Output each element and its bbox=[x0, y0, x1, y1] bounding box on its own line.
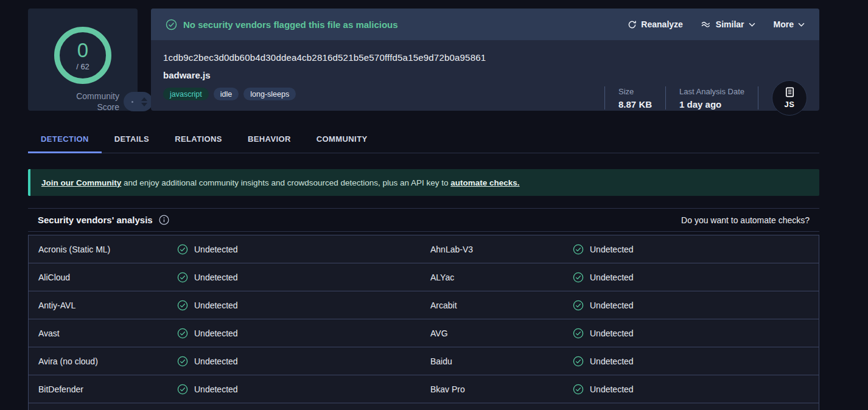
vote-arrows[interactable] bbox=[141, 97, 147, 106]
vendor-status: Undetected bbox=[573, 356, 809, 367]
check-circle-icon bbox=[177, 356, 188, 367]
vendor-status: Undetected bbox=[177, 384, 430, 395]
status-label: Undetected bbox=[590, 384, 634, 394]
verdict-banner: No security vendors flagged this file as… bbox=[151, 9, 819, 40]
check-circle-icon bbox=[573, 384, 584, 395]
check-circle-icon bbox=[177, 328, 188, 339]
vote-widget[interactable] bbox=[124, 92, 153, 111]
table-row: Avira (no cloud) Undetected Baidu Undete… bbox=[29, 347, 819, 375]
analysis-title: Security vendors' analysis bbox=[38, 215, 153, 225]
similar-waves-icon bbox=[701, 21, 712, 28]
table-row: Acronis (Static ML) Undetected AhnLab-V3… bbox=[29, 235, 819, 263]
similar-button[interactable]: Similar bbox=[701, 19, 755, 29]
size-value: 8.87 KB bbox=[618, 99, 652, 109]
vendor-status: Undetected bbox=[573, 328, 809, 339]
more-button[interactable]: More bbox=[774, 19, 805, 29]
automate-checks-prompt[interactable]: Do you want to automate checks? bbox=[681, 215, 810, 225]
check-circle-icon bbox=[573, 300, 584, 311]
community-score-label: Community Score bbox=[28, 91, 119, 113]
file-info-strip: Size 8.87 KB Last Analysis Date 1 day ag… bbox=[604, 80, 807, 116]
vendor-name: AliCloud bbox=[38, 273, 177, 282]
status-label: Undetected bbox=[590, 356, 634, 366]
join-community-link[interactable]: Join our Community bbox=[41, 178, 121, 187]
vendor-name: Baidu bbox=[430, 356, 573, 366]
section-divider bbox=[28, 231, 819, 232]
analysis-header: Security vendors' analysis Do you want t… bbox=[28, 209, 819, 231]
table-row: Avast Undetected AVG Undetected bbox=[29, 319, 819, 347]
community-score-label-line1: Community bbox=[28, 91, 119, 102]
vendor-name: AhnLab-V3 bbox=[430, 245, 573, 254]
vote-up-icon[interactable] bbox=[141, 97, 147, 101]
size-label: Size bbox=[618, 87, 652, 96]
tag-javascript[interactable]: javascript bbox=[163, 88, 209, 100]
vendor-name: Bkav Pro bbox=[430, 384, 573, 394]
vendor-status: Undetected bbox=[177, 328, 430, 339]
info-icon[interactable] bbox=[159, 215, 169, 225]
vertical-divider bbox=[758, 86, 758, 109]
file-report-page: 0 / 62 Community Score No security vendo… bbox=[0, 0, 868, 410]
table-row-partial bbox=[29, 403, 819, 410]
community-banner-body: and enjoy additional community insights … bbox=[121, 178, 450, 187]
tab-relations[interactable]: RELATIONS bbox=[162, 129, 235, 153]
tab-details[interactable]: DETAILS bbox=[102, 129, 162, 153]
status-label: Undetected bbox=[194, 328, 238, 338]
last-analysis-label: Last Analysis Date bbox=[679, 87, 744, 96]
tag-idle[interactable]: idle bbox=[214, 88, 239, 100]
reanalyze-button[interactable]: Reanalyze bbox=[628, 19, 682, 29]
check-circle-icon bbox=[177, 300, 188, 311]
check-circle-icon bbox=[573, 356, 584, 367]
status-label: Undetected bbox=[194, 356, 238, 366]
last-analysis-block: Last Analysis Date 1 day ago bbox=[666, 87, 758, 109]
status-label: Undetected bbox=[194, 273, 238, 282]
community-score-label-line2: Score bbox=[28, 102, 119, 113]
tag-long-sleeps[interactable]: long-sleeps bbox=[243, 88, 296, 100]
table-row: AliCloud Undetected ALYac Undetected bbox=[29, 263, 819, 291]
reanalyze-icon bbox=[628, 20, 637, 29]
check-circle-icon bbox=[166, 19, 177, 30]
tab-community[interactable]: COMMUNITY bbox=[304, 129, 380, 153]
table-row: Antiy-AVL Undetected Arcabit Undetected bbox=[29, 291, 819, 319]
vendor-status: Undetected bbox=[177, 272, 430, 283]
file-type-badge: JS bbox=[772, 80, 807, 116]
check-circle-icon bbox=[177, 244, 188, 255]
vendor-status: Undetected bbox=[177, 244, 430, 255]
vendor-status: Undetected bbox=[573, 384, 809, 395]
vendor-name: Antiy-AVL bbox=[38, 301, 177, 310]
detection-score-ring: 0 / 62 bbox=[54, 27, 111, 84]
report-tabs: DETECTION DETAILS RELATIONS BEHAVIOR COM… bbox=[28, 129, 819, 153]
banner-actions: Reanalyze Similar More bbox=[628, 19, 805, 29]
tab-behavior[interactable]: BEHAVIOR bbox=[235, 129, 304, 153]
vendor-status: Undetected bbox=[573, 272, 809, 283]
detections-count: 0 bbox=[77, 40, 88, 60]
check-circle-icon bbox=[177, 384, 188, 395]
file-summary-card: No security vendors flagged this file as… bbox=[151, 9, 819, 111]
file-hash[interactable]: 1cdb9c2bec3d0db60b4d30ddea4cb2816d521b5e… bbox=[163, 52, 819, 63]
status-label: Undetected bbox=[194, 245, 238, 254]
detections-total: / 62 bbox=[76, 62, 89, 71]
vote-dot-icon bbox=[131, 101, 133, 103]
file-type-badge-label: JS bbox=[785, 100, 795, 109]
vendors-analysis-table: Acronis (Static ML) Undetected AhnLab-V3… bbox=[28, 235, 819, 410]
status-label: Undetected bbox=[590, 301, 634, 310]
check-circle-icon bbox=[573, 328, 584, 339]
chevron-down-icon bbox=[749, 23, 755, 27]
join-community-banner: Join our Community and enjoy additional … bbox=[28, 169, 819, 196]
vote-down-icon[interactable] bbox=[141, 103, 147, 106]
status-label: Undetected bbox=[590, 273, 634, 282]
status-label: Undetected bbox=[590, 245, 634, 254]
vendor-status: Undetected bbox=[177, 300, 430, 311]
vendor-name: Acronis (Static ML) bbox=[38, 245, 177, 254]
status-label: Undetected bbox=[194, 301, 238, 310]
status-label: Undetected bbox=[590, 328, 634, 338]
vendor-status: Undetected bbox=[573, 300, 809, 311]
more-label: More bbox=[774, 19, 794, 29]
vendor-name: AVG bbox=[430, 328, 573, 338]
vendor-name: Avira (no cloud) bbox=[38, 356, 177, 366]
tab-detection[interactable]: DETECTION bbox=[28, 129, 102, 153]
last-analysis-value: 1 day ago bbox=[679, 99, 744, 109]
community-banner-text: Join our Community and enjoy additional … bbox=[41, 178, 520, 187]
vendor-status: Undetected bbox=[177, 356, 430, 367]
verdict-message: No security vendors flagged this file as… bbox=[183, 19, 398, 30]
automate-checks-link[interactable]: automate checks. bbox=[450, 178, 519, 187]
chevron-down-icon bbox=[798, 23, 805, 27]
